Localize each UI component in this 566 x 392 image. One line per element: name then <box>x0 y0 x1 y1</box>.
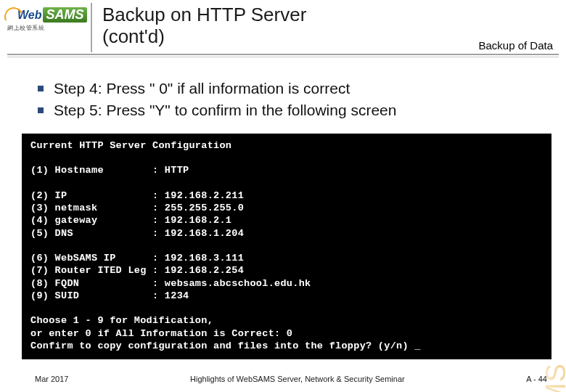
bullet-icon <box>38 86 44 91</box>
slide-title-line1: Backup on HTTP Server <box>102 4 559 26</box>
slide-body: Step 4: Press " 0" if all information is… <box>0 57 566 122</box>
logo: Web SAMS 網上校管系統 <box>7 3 91 32</box>
bullet-item: Step 4: Press " 0" if all information is… <box>38 78 546 99</box>
terminal-screenshot: Current HTTP Server Configuration (1) Ho… <box>22 134 551 360</box>
logo-web-text: Web <box>7 9 41 22</box>
footer-date: Mar 2017 <box>35 375 68 383</box>
footer-page: A - 44 <box>526 375 547 383</box>
slide-footer: Mar 2017 Highlights of WebSAMS Server, N… <box>0 375 566 383</box>
footer-center: Highlights of WebSAMS Server, Network & … <box>190 375 405 383</box>
section-label: Backup of Data <box>478 39 553 52</box>
logo-sams-text: SAMS <box>43 7 86 23</box>
bullet-icon <box>38 107 44 113</box>
divider-thick <box>7 54 559 55</box>
bullet-text: Step 5: Press "Y" to confirm in the foll… <box>54 99 396 121</box>
bullet-item: Step 5: Press "Y" to confirm in the foll… <box>38 99 546 121</box>
logo-subtitle: 網上校管系統 <box>7 24 91 32</box>
slide-header: Web SAMS 網上校管系統 Backup on HTTP Server (c… <box>0 0 566 52</box>
bullet-text: Step 4: Press " 0" if all information is… <box>54 78 350 99</box>
